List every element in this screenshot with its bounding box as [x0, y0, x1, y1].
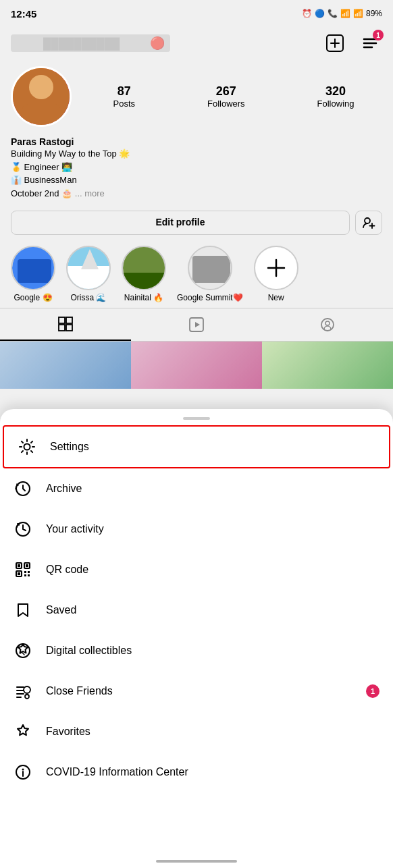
- star-icon: [14, 722, 32, 741]
- collectibles-icon: [14, 641, 32, 660]
- followers-stat: 267 Followers: [207, 84, 245, 109]
- highlight-label: Orissa 🌊: [70, 293, 106, 302]
- archive-label: Archive: [46, 483, 82, 495]
- profile-info: 87 Posts 267 Followers 320 Following: [0, 59, 393, 134]
- svg-rect-9: [22, 104, 60, 125]
- settings-label: Settings: [50, 441, 89, 453]
- highlight-item[interactable]: Nainital 🔥: [122, 246, 166, 302]
- close-friends-icon: [14, 682, 32, 701]
- svg-point-53: [22, 769, 24, 771]
- svg-rect-24: [59, 317, 65, 323]
- highlight-label: Google Summit❤️: [177, 293, 243, 302]
- profile-stats: 87 Posts 267 Followers 320 Following: [85, 84, 382, 109]
- qr-code-menu-item[interactable]: QR code: [0, 549, 393, 590]
- svg-rect-42: [28, 571, 30, 573]
- digital-collectibles-label: Digital collectibles: [46, 645, 132, 657]
- bookmark-icon: [14, 601, 32, 620]
- svg-rect-26: [59, 325, 65, 331]
- highlight-label: Google 😍: [14, 293, 52, 302]
- settings-menu-item[interactable]: Settings: [3, 425, 390, 468]
- followers-label: Followers: [207, 99, 245, 109]
- bio-text: Building My Way to the Top 🌟 🥇 Engineer …: [11, 147, 382, 200]
- svg-point-7: [29, 75, 53, 99]
- highlight-label: Nainital 🔥: [124, 293, 163, 302]
- svg-rect-39: [26, 564, 28, 567]
- digital-collectibles-menu-item[interactable]: Digital collectibles: [0, 630, 393, 671]
- tab-reels[interactable]: [131, 308, 262, 341]
- bio-more: ... more: [75, 188, 105, 198]
- status-icons: ⏰ 🔵 📞 📶 📶 89%: [302, 9, 382, 18]
- page-header: ██████████ 🔴 1: [0, 27, 393, 59]
- action-buttons: Edit profile: [0, 205, 393, 240]
- posts-stat: 87 Posts: [113, 84, 135, 109]
- your-activity-label: Your activity: [46, 523, 104, 535]
- your-activity-menu-item[interactable]: Your activity: [0, 509, 393, 549]
- following-count: 320: [325, 84, 346, 99]
- svg-marker-29: [195, 322, 200, 327]
- svg-point-51: [25, 695, 29, 699]
- svg-point-30: [321, 319, 334, 331]
- bottom-sheet: Settings Archive Your activity: [0, 409, 393, 868]
- status-time: 12:45: [11, 8, 36, 20]
- photo-grid: [0, 342, 393, 389]
- highlights-row: Google 😍 Orissa 🌊 Nainital 🔥 Google Summ…: [0, 240, 393, 308]
- menu-button[interactable]: 1: [358, 31, 382, 55]
- posts-label: Posts: [113, 99, 135, 109]
- highlight-item[interactable]: Google Summit❤️: [177, 246, 243, 302]
- alarm-icon: ⏰: [302, 9, 312, 18]
- add-person-button[interactable]: [355, 211, 382, 235]
- svg-rect-44: [28, 574, 30, 576]
- saved-menu-item[interactable]: Saved: [0, 590, 393, 630]
- battery-text: 89%: [366, 9, 382, 18]
- new-highlight-label: New: [268, 293, 284, 302]
- profile-section: 12:45 ⏰ 🔵 📞 📶 📶 89% ██████████ 🔴: [0, 0, 393, 439]
- edit-profile-button[interactable]: Edit profile: [11, 211, 350, 235]
- favorites-label: Favorites: [46, 726, 90, 738]
- svg-rect-21: [192, 256, 230, 283]
- username-label: ██████████ 🔴: [11, 34, 170, 52]
- home-indicator: [156, 860, 237, 863]
- svg-point-31: [325, 321, 330, 325]
- svg-rect-19: [123, 273, 165, 290]
- saved-label: Saved: [46, 604, 76, 616]
- tab-grid[interactable]: [0, 308, 131, 341]
- following-stat: 320 Following: [317, 84, 355, 109]
- svg-point-50: [24, 686, 30, 693]
- activity-icon: [14, 520, 32, 539]
- phone-icon: 📞: [328, 9, 338, 18]
- svg-rect-40: [18, 572, 20, 575]
- favorites-menu-item[interactable]: Favorites: [0, 711, 393, 752]
- avatar: [11, 66, 72, 127]
- gear-icon: [18, 437, 36, 456]
- svg-rect-16: [68, 266, 109, 290]
- svg-point-32: [24, 444, 30, 450]
- archive-icon: [14, 479, 32, 498]
- bio-section: Paras Rastogi Building My Way to the Top…: [0, 134, 393, 205]
- signal-icon: 📶: [353, 9, 363, 18]
- following-label: Following: [317, 99, 355, 109]
- add-post-button[interactable]: [323, 31, 347, 55]
- qr-code-label: QR code: [46, 564, 88, 576]
- sheet-handle: [183, 417, 210, 420]
- svg-rect-27: [66, 325, 72, 331]
- new-highlight-button[interactable]: New: [254, 246, 298, 302]
- menu-notification-badge: 1: [373, 30, 384, 40]
- highlight-item[interactable]: Orissa 🌊: [66, 246, 111, 302]
- followers-count: 267: [216, 84, 236, 99]
- tab-tagged[interactable]: [262, 308, 393, 341]
- close-friends-menu-item[interactable]: Close Friends 1: [0, 671, 393, 711]
- close-friends-badge: 1: [366, 684, 379, 698]
- svg-point-10: [365, 218, 370, 223]
- wifi-icon: 📶: [340, 9, 350, 18]
- posts-count: 87: [117, 84, 131, 99]
- highlight-item[interactable]: Google 😍: [11, 246, 55, 302]
- covid-menu-item[interactable]: COVID-19 Information Center: [0, 752, 393, 792]
- bluetooth-icon: 🔵: [315, 9, 325, 18]
- qr-icon: [14, 560, 32, 579]
- header-actions: 1: [323, 31, 382, 55]
- close-friends-label: Close Friends: [46, 685, 113, 697]
- svg-rect-41: [24, 571, 26, 573]
- content-tabs: [0, 308, 393, 342]
- archive-menu-item[interactable]: Archive: [0, 468, 393, 509]
- covid-label: COVID-19 Information Center: [46, 766, 188, 778]
